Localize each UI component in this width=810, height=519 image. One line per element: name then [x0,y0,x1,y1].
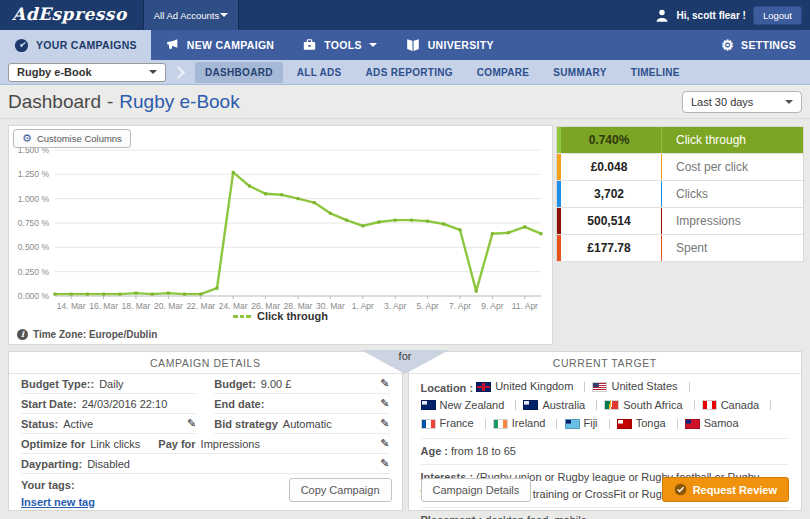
field-bid-strategy: Bid strategy Automatic ✎ [214,414,389,434]
flag-united-states-icon [592,382,607,392]
country-samoa: Samoa [685,415,739,432]
metric-label: Impressions [661,208,803,234]
metric-value: 3,702 [557,181,661,207]
metric-row-spent[interactable]: £177.78 Spent [557,235,803,262]
edit-icon[interactable]: ✎ [380,397,389,410]
field-status: Status: Active ✎ [21,414,196,434]
nav-new-campaign[interactable]: NEW CAMPAIGN [151,30,288,60]
metric-row-clicks[interactable]: 3,702 Clicks [557,181,803,208]
metric-value: 0.740% [557,127,661,153]
nav-settings-label: SETTINGS [741,39,796,51]
target-age-row: Age : from 18 to 65 [421,439,790,465]
campaign-details-button[interactable]: Campaign Details [421,478,532,502]
edit-icon[interactable]: ✎ [380,437,389,450]
legend-line-marker-icon [233,315,251,318]
tab-compare[interactable]: COMPARE [467,62,539,83]
gear-icon: ⚙ [22,133,32,144]
country-australia: Australia [523,397,601,414]
metric-label: Click through [661,127,803,153]
nav-your-campaigns[interactable]: YOUR CAMPAIGNS [0,30,151,60]
target-placement-row: Placement : desktop feed, mobile [421,508,790,519]
field-budget: Budget: 9.00 £ ✎ [214,374,389,394]
country-canada: Canada [702,397,776,414]
metric-row-click-through[interactable]: 0.740% Click through [557,127,803,154]
field-dayparting: Dayparting: Disabled ✎ [21,454,390,474]
edit-icon[interactable]: ✎ [380,377,389,390]
chevron-down-icon [785,100,793,104]
gear-icon: ⚙ [721,38,734,52]
campaign-details-header: CAMPAIGN DETAILS [9,352,402,374]
edit-icon[interactable]: ✎ [380,457,389,470]
legend-label: Click through [257,310,328,322]
chevron-down-icon [220,13,228,17]
field-end-date: End date: ✎ [214,394,389,414]
chevron-down-icon [369,43,377,47]
current-target-panel: CURRENT TARGET Location : United Kingdom… [408,351,803,511]
flag-ireland-icon [493,419,508,429]
tab-timeline[interactable]: TIMELINE [621,62,690,83]
chart-panel: ⚙ Customise Columns 1.500 %1.250 %1.000 … [8,125,553,345]
book-icon [405,38,421,53]
title-bar: Dashboard-Rugby e-Book Last 30 days [0,85,810,119]
current-target-header: CURRENT TARGET [409,352,802,374]
field-optimize-pay: Optimize for Link clicks Pay for Impress… [21,434,390,454]
field-start-date: Start Date: 24/03/2016 22:10 [21,394,196,414]
nav-university-label: UNIVERSITY [428,39,494,51]
adespresso-app: AdEspresso All Ad Accounts Hi, scott fle… [0,0,810,519]
flag-canada-icon [702,400,717,410]
breadcrumb-chevron-icon [172,66,185,79]
logout-button[interactable]: Logout [753,6,802,25]
date-range-label: Last 30 days [691,96,753,108]
content-area: ⚙ Customise Columns 1.500 %1.250 %1.000 … [0,119,810,519]
chevron-down-icon [149,70,157,74]
flag-south-africa-icon [604,400,619,410]
edit-icon[interactable]: ✎ [187,417,196,430]
country-united-states: United States [592,378,693,395]
target-location-row: Location : United Kingdom United States … [421,374,790,439]
page-title: Dashboard-Rugby e-Book [8,91,240,113]
nav-university[interactable]: UNIVERSITY [391,30,508,60]
title-separator: - [107,91,113,112]
ad-account-selector[interactable]: All Ad Accounts [143,0,239,30]
tab-dashboard[interactable]: DASHBOARD [195,62,283,83]
metric-value: £0.048 [557,154,661,180]
metric-row-impressions[interactable]: 500,514 Impressions [557,208,803,235]
nav-settings[interactable]: ⚙ SETTINGS [707,30,810,60]
country-tonga: Tonga [617,415,682,432]
tab-summary[interactable]: SUMMARY [543,62,616,83]
megaphone-icon [165,38,180,52]
metric-label: Clicks [661,181,803,207]
request-review-button[interactable]: Request Review [662,477,789,502]
click-through-line-chart: 1.500 %1.250 %1.000 %0.750 %0.500 %0.250… [11,142,551,320]
flag-france-icon [421,419,436,429]
user-greeting: Hi, scott flear ! [676,10,745,21]
flag-fiji-icon [565,419,580,429]
svg-text:0.750 %: 0.750 % [18,218,50,228]
insert-new-tag-link[interactable]: Insert new tag [21,496,95,508]
user-icon [655,8,669,23]
customise-columns-button[interactable]: ⚙ Customise Columns [13,129,131,148]
nav-tools-label: TOOLS [324,39,361,51]
timezone-note: i Time Zone: Europe/Dublin [17,329,157,340]
campaign-details-panel: CAMPAIGN DETAILS Budget Type:: Daily Bud… [8,351,403,511]
metric-row-cost-per-click[interactable]: £0.048 Cost per click [557,154,803,181]
metric-value: 500,514 [557,208,661,234]
nav-tools[interactable]: TOOLS [288,30,390,60]
metric-label: Spent [661,235,803,261]
date-range-selector[interactable]: Last 30 days [682,91,802,113]
svg-text:0.500 %: 0.500 % [18,242,50,252]
ad-account-selector-label: All Ad Accounts [154,10,219,21]
country-france: France [421,415,490,432]
tab-ads-reporting[interactable]: ADS REPORTING [356,62,463,83]
svg-text:0.000 %: 0.000 % [18,291,50,301]
edit-icon[interactable]: ✎ [380,417,389,430]
copy-campaign-button[interactable]: Copy Campaign [289,478,392,502]
tab-all-ads[interactable]: ALL ADS [287,62,352,83]
campaign-selector[interactable]: Rugby e-Book [8,63,166,82]
metric-label: Cost per click [661,154,803,180]
flag-new-zealand-icon [421,400,436,410]
country-fiji: Fiji [565,415,614,432]
adespresso-logo[interactable]: AdEspresso [0,4,143,26]
field-budget-type: Budget Type:: Daily [21,374,196,394]
campaign-sub-nav: Rugby e-Book DASHBOARD ALL ADS ADS REPOR… [0,60,810,85]
